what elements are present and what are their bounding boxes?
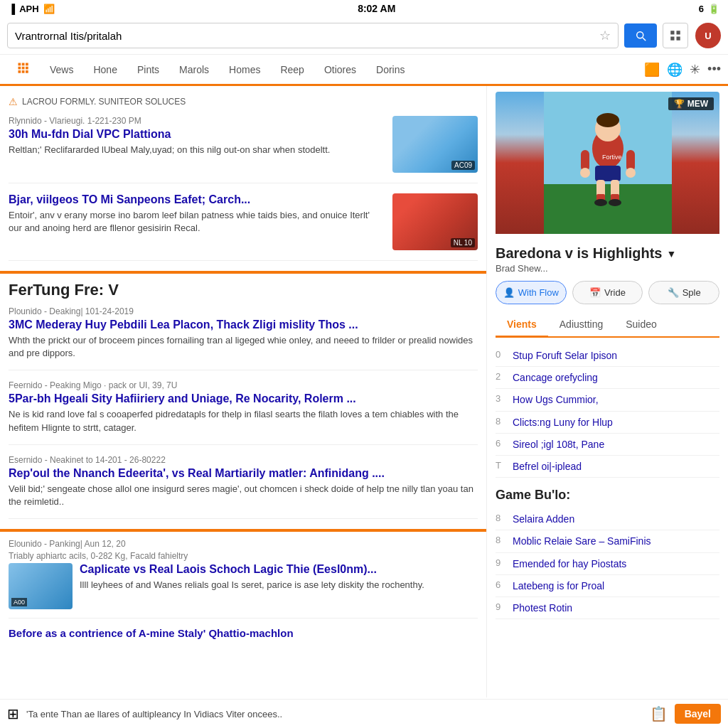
dropdown-icon[interactable]: ▼ [666, 248, 676, 259]
svg-rect-18 [595, 166, 621, 181]
svg-rect-3 [677, 37, 680, 41]
article-1-title[interactable]: 30h Mu-fdn Dial VPC Plattiona [9, 128, 385, 141]
section3-desc: Illl leyhees of and Wanes relials goal I… [80, 579, 424, 592]
game-num-2: 9 [496, 557, 507, 568]
search-input-wrapper[interactable]: ☆ [7, 23, 619, 48]
action-buttons: 👤 With Flow 📅 Vride 🔧 Sple [496, 281, 719, 304]
section2-article-1-title[interactable]: 3MC Mederay Huy Pebdili Lea Placon, Thac… [9, 318, 478, 331]
list-text-2: How Ugs Cummior, [513, 393, 599, 406]
list-num-3: 8 [496, 416, 507, 427]
hero-badge-text: MEW [687, 99, 708, 109]
article-2-badge: NL 10 [451, 238, 475, 247]
section2-article-2: Feernido - Peaking Migo · pack or UI, 39… [9, 380, 478, 444]
search-bar: ☆ U [0, 17, 728, 55]
section4-title[interactable]: Before as a contrience of A-mine Staly' … [9, 627, 478, 639]
svg-rect-9 [26, 67, 28, 70]
spanner-icon: 🔧 [668, 287, 679, 298]
wifi-icon: 📶 [43, 4, 55, 14]
right-column: Fortive ♡ 🏆 MEW Baredona v is Highlights… [486, 86, 728, 697]
person-icon: 👤 [503, 287, 515, 298]
status-right: 6 🔋 [699, 4, 719, 14]
tab-reep[interactable]: Reep [270, 57, 314, 82]
app-label: APH [19, 4, 38, 14]
svg-rect-8 [22, 67, 25, 70]
hero-badge: 🏆 MEW [668, 97, 714, 110]
hero-title-text: Baredona v is Highlights [496, 245, 662, 262]
section2-article-2-desc: Ne is kid rand love fal s cooaperfed pid… [9, 408, 478, 434]
section2-article-3-meta: Esernido - Neakinet to 14-201 - 26-80222 [9, 455, 478, 465]
color-grid-icon[interactable]: 🟧 [644, 62, 660, 77]
article-2-image: NL 10 [392, 193, 478, 250]
article-2: Bjar, viilgeos TO Mi Sanpeons Eafet; Car… [9, 193, 478, 261]
alert-text: LACROU FORMLY. SUNITEOR SOLUCES [22, 97, 186, 107]
game-text-0: Selaira Adden [513, 513, 574, 525]
list-item-1[interactable]: 2 Cancage orefycling [496, 367, 719, 389]
tab-pints[interactable]: Pints [127, 57, 169, 82]
game-item-3[interactable]: 6 Latebeng is for Proal [496, 575, 719, 597]
with-flow-button[interactable]: 👤 With Flow [496, 281, 567, 304]
list-item-2[interactable]: 3 How Ugs Cummior, [496, 389, 719, 411]
earth-icon[interactable]: 🌐 [667, 62, 682, 77]
list-item-5[interactable]: T Befrel oi|-iplead [496, 456, 719, 478]
svg-rect-5 [22, 63, 25, 66]
panel-tab-suideo[interactable]: Suideo [614, 313, 668, 336]
more-icon[interactable]: ••• [707, 62, 721, 77]
nav-right: 🟧 🌐 ✳ ••• [644, 62, 721, 77]
section3-title[interactable]: Caplicate vs Real Laois Schoch Lagic Thi… [80, 563, 424, 576]
tab-dorins[interactable]: Dorins [366, 57, 414, 82]
game-num-4: 9 [496, 601, 507, 612]
tab-marols[interactable]: Marols [169, 57, 219, 82]
section2-article-1-desc: Whth the prickt our of broceem pinces fo… [9, 334, 478, 360]
article-2-title[interactable]: Bjar, viilgeos TO Mi Sanpeons Eafet; Car… [9, 193, 385, 206]
svg-point-27 [580, 168, 590, 178]
game-item-2[interactable]: 9 Emended for hay Piostats [496, 553, 719, 575]
sple-label: Sple [682, 287, 701, 298]
list-item-3[interactable]: 8 Clicts:ng Luny for Hlup [496, 412, 719, 434]
nav-grid-icon[interactable] [7, 55, 40, 84]
search-button[interactable] [624, 23, 657, 48]
section2-article-3-title[interactable]: Rep'oul the Nnanch Edeerita', vs Real Ma… [9, 467, 478, 480]
game-item-1[interactable]: 8 Moblic Relaie Sare – SamiFinis [496, 530, 719, 552]
game-section: Game Bu'lo: 8 Selaira Adden 8 Moblic Rel… [496, 488, 719, 619]
tab-hone[interactable]: Hone [83, 57, 127, 82]
game-num-1: 8 [496, 535, 507, 545]
tab-homes[interactable]: Homes [219, 57, 270, 82]
list-text-1: Cancage orefycling [513, 371, 598, 384]
game-num-0: 8 [496, 513, 507, 523]
grid-icon-box[interactable] [663, 23, 688, 48]
star-icon[interactable]: ☆ [599, 28, 611, 43]
battery-icon: 🔋 [708, 4, 719, 14]
search-input[interactable] [15, 30, 594, 42]
status-left: ▐ APH 📶 [9, 4, 55, 14]
avatar[interactable]: U [695, 23, 721, 48]
section2-article-2-meta: Feernido - Peaking Migo · pack or UI, 39… [9, 380, 478, 390]
svg-rect-14 [544, 184, 672, 234]
signal-icon: ▐ [9, 4, 15, 14]
star-nav-icon[interactable]: ✳ [690, 62, 700, 77]
list-num-0: 0 [496, 349, 507, 360]
section-divider-2 [0, 529, 486, 532]
panel-tab-vients[interactable]: Vients [496, 313, 548, 338]
list-item-4[interactable]: 6 Sireol ;igl 108t, Pane [496, 434, 719, 456]
article-1-badge: AC09 [451, 161, 475, 170]
status-time: 8:02 AM [358, 3, 395, 14]
vride-button[interactable]: 📅 Vride [572, 281, 643, 304]
article-1-content: Rlynnido - Vlarieugi. 1-221-230 PM 30h M… [9, 116, 385, 156]
game-item-4[interactable]: 9 Photest Rotin [496, 597, 719, 619]
section3-image: A00 [9, 563, 73, 609]
panel-tab-adiustting[interactable]: Adiustting [548, 313, 614, 336]
nav-tabs: Vews Hone Pints Marols Homes Reep Otiore… [0, 55, 728, 86]
panel-tabs: Vients Adiustting Suideo [496, 313, 719, 338]
sple-button[interactable]: 🔧 Sple [648, 281, 719, 304]
svg-rect-0 [670, 31, 674, 34]
tab-otiores[interactable]: Otiores [314, 57, 366, 82]
game-item-0[interactable]: 8 Selaira Adden [496, 508, 719, 530]
list-item-0[interactable]: 0 Stup Foruft Selar Ipison [496, 345, 719, 367]
list-num-4: 6 [496, 438, 507, 449]
calendar-icon: 📅 [589, 287, 601, 298]
svg-rect-6 [26, 63, 28, 66]
section2-article-2-title[interactable]: 5Par-bh Hgeali Sity Hafiiriery and Uniag… [9, 392, 478, 405]
section2-article-1-meta: Plounido - Deaking| 101-24-2019 [9, 306, 478, 316]
tab-vews[interactable]: Vews [40, 57, 83, 82]
main-layout: ⚠ LACROU FORMLY. SUNITEOR SOLUCES Rlynni… [0, 86, 728, 697]
